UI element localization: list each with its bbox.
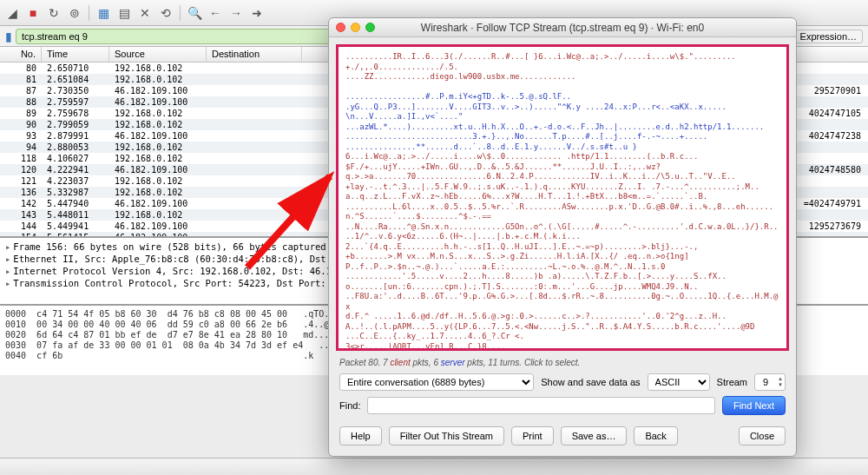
back-icon[interactable]: ← xyxy=(208,6,222,20)
expression-button[interactable]: Expression… xyxy=(794,30,863,43)
shark-fin-icon[interactable]: ◢ xyxy=(5,6,19,20)
options-icon[interactable]: ⊚ xyxy=(68,6,82,20)
stream-up-icon[interactable]: ▲ xyxy=(776,376,785,382)
close-file-icon[interactable]: ✕ xyxy=(138,6,152,20)
dialog-titlebar[interactable]: Wireshark · Follow TCP Stream (tcp.strea… xyxy=(329,18,796,37)
stream-content[interactable]: ..........IR..I..6...3(./......R..#...[ … xyxy=(336,44,789,351)
stream-number-input[interactable] xyxy=(755,377,776,387)
col-header-time[interactable]: Time xyxy=(42,47,109,62)
stream-summary: Packet 80. 7 client pkts, 6 server pkts,… xyxy=(329,358,796,371)
find-icon[interactable]: 🔍 xyxy=(187,6,201,20)
save-icon[interactable]: ▤ xyxy=(117,6,131,20)
col-header-source[interactable]: Source xyxy=(109,47,207,62)
find-input[interactable] xyxy=(367,397,714,414)
print-button[interactable]: Print xyxy=(511,426,554,445)
filter-out-button[interactable]: Filter Out This Stream xyxy=(389,426,504,445)
show-save-label: Show and save data as xyxy=(541,377,640,387)
restart-icon[interactable]: ↻ xyxy=(47,6,61,20)
show-save-select[interactable]: ASCII xyxy=(648,373,710,391)
stream-down-icon[interactable]: ▼ xyxy=(776,382,785,388)
col-header-destination[interactable]: Destination xyxy=(207,47,302,62)
dialog-title: Wireshark · Follow TCP Stream (tcp.strea… xyxy=(329,22,796,34)
reload-icon[interactable]: ⟲ xyxy=(159,6,173,20)
back-button[interactable]: Back xyxy=(634,426,677,445)
stop-icon[interactable]: ■ xyxy=(26,6,40,20)
stream-number-stepper[interactable]: ▲▼ xyxy=(754,373,786,391)
save-as-button[interactable]: Save as… xyxy=(561,426,628,445)
minimize-window-icon[interactable] xyxy=(351,23,360,32)
open-icon[interactable]: ▦ xyxy=(96,6,110,20)
close-button[interactable]: Close xyxy=(739,426,786,445)
fwd-icon[interactable]: → xyxy=(229,6,243,20)
find-next-button[interactable]: Find Next xyxy=(722,396,786,415)
help-button[interactable]: Help xyxy=(339,426,382,445)
stream-label: Stream xyxy=(717,377,747,387)
jump-icon[interactable]: ➜ xyxy=(250,6,264,20)
find-label: Find: xyxy=(339,400,360,411)
close-window-icon[interactable] xyxy=(336,23,345,32)
zoom-window-icon[interactable] xyxy=(365,23,375,32)
conversation-select[interactable]: Entire conversation (6889 bytes) xyxy=(339,373,534,391)
col-header-no[interactable]: No. xyxy=(0,47,42,62)
follow-stream-dialog: Wireshark · Follow TCP Stream (tcp.strea… xyxy=(328,17,797,457)
bookmark-icon[interactable]: ▮ xyxy=(5,30,12,43)
status-bar xyxy=(0,458,868,475)
